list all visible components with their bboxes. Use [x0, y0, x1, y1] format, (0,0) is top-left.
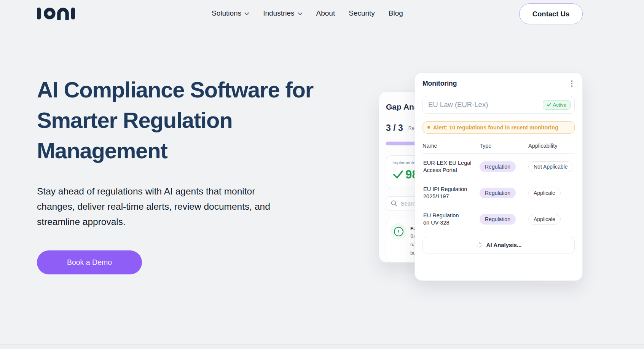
column-header-type: Type	[480, 143, 528, 149]
alert-circle-icon: !	[392, 225, 405, 238]
active-status-label: Active	[553, 102, 566, 108]
alert-dot-icon	[427, 126, 430, 129]
check-icon	[547, 103, 551, 107]
source-label: EU Law (EUR-Lex)	[428, 100, 488, 109]
applicability-badge: Applicale	[528, 214, 561, 225]
monitoring-header: Monitoring	[422, 79, 575, 88]
table-row[interactable]: EU IPI Regulation 2025/1197 Regulation A…	[422, 180, 575, 206]
column-header-name: Name	[422, 143, 480, 149]
column-header-applicability: Applicability	[528, 143, 575, 149]
nav-item-label: Blog	[389, 9, 403, 18]
chevron-down-icon	[298, 12, 303, 15]
contact-us-label: Contact Us	[532, 10, 570, 18]
hero-description: Stay ahead of regulations with AI agents…	[37, 184, 341, 229]
chevron-down-icon	[244, 12, 249, 15]
gap-score-value: 3 / 3	[386, 123, 403, 133]
active-status-badge: Active	[543, 100, 571, 110]
gap-search-placeholder: Searc	[401, 201, 415, 207]
alert-banner: Alert: 10 regulations found in recent mo…	[422, 121, 575, 134]
check-icon	[392, 170, 404, 180]
spinner-icon	[476, 242, 483, 249]
page: Solutions Industries About Security Blog	[0, 0, 644, 349]
nav-item-blog[interactable]: Blog	[389, 9, 403, 18]
nav-item-label: Industries	[263, 9, 294, 18]
table-row[interactable]: EU Regulation on UV-328 Regulation Appli…	[422, 206, 575, 232]
hero-title: AI Compliance Software for Smarter Regul…	[37, 75, 379, 166]
regulation-name: EUR-LEX EU Legal Access Portal	[422, 159, 480, 174]
regulations-table: Name Type Applicability EUR-LEX EU Legal…	[422, 143, 575, 232]
applicability-badge: Applicale	[528, 188, 561, 198]
nav-item-solutions[interactable]: Solutions	[212, 9, 249, 18]
regulation-name: EU IPI Regulation 2025/1197	[422, 186, 480, 200]
nav-item-label: Security	[349, 9, 375, 18]
table-header-row: Name Type Applicability	[422, 143, 575, 154]
book-demo-button[interactable]: Book a Demo	[37, 250, 142, 274]
nav-item-industries[interactable]: Industries	[263, 9, 302, 18]
top-navigation: Solutions Industries About Security Blog	[0, 0, 644, 27]
monitoring-card: Monitoring EU Law (EUR-Lex) Active Alert…	[414, 72, 583, 281]
regulation-type-badge: Regulation	[480, 161, 516, 172]
logo-icon	[37, 7, 75, 20]
nav-links: Solutions Industries About Security Blog	[212, 0, 403, 27]
alert-message: 10 regulations found in recent monitorin…	[449, 124, 558, 131]
alert-text: Alert: 10 regulations found in recent mo…	[433, 124, 558, 131]
book-demo-label: Book a Demo	[67, 258, 112, 267]
search-icon	[391, 200, 397, 207]
applicability-badge: Not Applicable	[528, 161, 573, 172]
ai-analysis-button[interactable]: AI Analysis...	[422, 237, 575, 253]
kebab-menu-icon[interactable]	[569, 79, 575, 88]
ai-analysis-label: AI Analysis...	[486, 242, 522, 248]
contact-us-button[interactable]: Contact Us	[519, 3, 583, 24]
regulation-name: EU Regulation on UV-328	[422, 212, 480, 226]
table-row[interactable]: EUR-LEX EU Legal Access Portal Regulatio…	[422, 154, 575, 180]
nav-item-about[interactable]: About	[316, 9, 335, 18]
alert-prefix: Alert:	[433, 124, 448, 131]
section-divider	[0, 344, 644, 349]
ioni-logo[interactable]	[37, 7, 75, 20]
source-select[interactable]: EU Law (EUR-Lex) Active	[422, 96, 575, 114]
nav-item-label: About	[316, 9, 335, 18]
regulation-type-badge: Regulation	[480, 214, 516, 225]
nav-item-label: Solutions	[212, 9, 241, 18]
regulation-type-badge: Regulation	[480, 188, 516, 198]
monitoring-title: Monitoring	[422, 80, 457, 88]
nav-item-security[interactable]: Security	[349, 9, 375, 18]
